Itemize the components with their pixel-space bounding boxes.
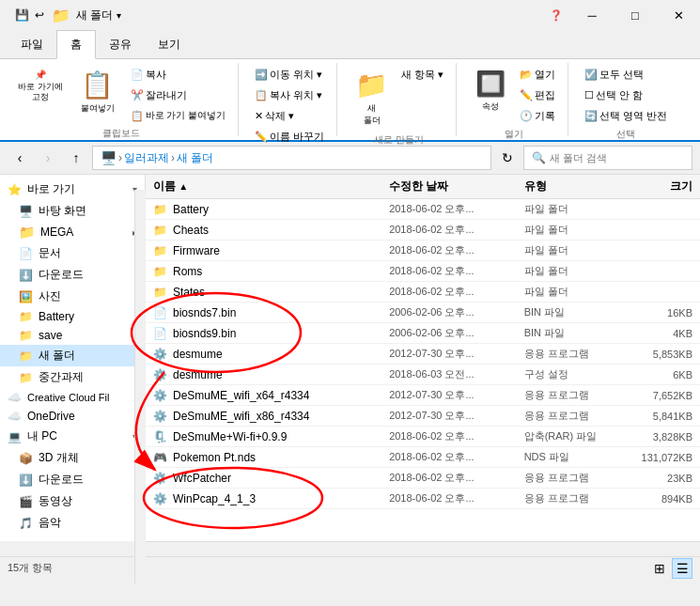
- bin-file-icon: 📄: [153, 306, 167, 319]
- paste-btn[interactable]: 📋 붙여넣기: [71, 65, 124, 119]
- back-btn[interactable]: ‹: [8, 146, 32, 170]
- cut-btn[interactable]: ✂️ 잘라내기: [126, 85, 231, 105]
- tab-file[interactable]: 파일: [8, 30, 56, 58]
- table-row[interactable]: 📁States 2018-06-02 오후... 파일 폴더: [146, 282, 700, 303]
- new-folder-sidebar-icon: 📁: [19, 350, 33, 363]
- sidebar-item-photos[interactable]: 🖼️ 사진: [0, 286, 145, 307]
- minimize-btn[interactable]: ─: [570, 0, 614, 30]
- edit-icon: ✏️: [520, 89, 533, 101]
- table-row[interactable]: 🗜️DeSmuMe+Wi-fi+0.9.9 2018-06-02 오후... 압…: [146, 427, 700, 447]
- title-bar: 💾 ↩ 📁 새 폴더 ▾ ❓ ─ □ ✕: [0, 0, 700, 30]
- sidebar-item-mega[interactable]: 📁 MEGA ▸: [0, 222, 145, 242]
- file-list-header: 이름 ▲ 수정한 날짜 유형 크기: [146, 175, 700, 199]
- table-row[interactable]: ⚙️DeSmuME_wifi_x86_r4334 2012-07-30 오후..…: [146, 406, 700, 427]
- quick-save-btn[interactable]: 💾: [13, 7, 31, 23]
- horizontal-scrollbar[interactable]: [146, 541, 700, 556]
- rename-btn[interactable]: ✏️ 이름 바꾸기: [250, 127, 329, 147]
- close-btn[interactable]: ✕: [657, 0, 700, 30]
- sidebar-item-music[interactable]: 🎵 음악: [0, 512, 145, 534]
- col-header-size[interactable]: 크기: [625, 179, 692, 194]
- sidebar-item-midterm[interactable]: 📁 중간과제: [0, 366, 145, 388]
- pin-to-quick-access-btn[interactable]: 📌 바로 가기에고정: [11, 65, 70, 107]
- up-btn[interactable]: ↑: [64, 146, 88, 170]
- mega-icon: 📁: [19, 225, 35, 240]
- downloads-icon: ⬇️: [19, 269, 33, 282]
- new-item-btn[interactable]: 새 항목 ▾: [397, 65, 448, 85]
- select-label: 선택: [616, 126, 635, 141]
- sidebar-item-3d-objects[interactable]: 📦 3D 개체: [0, 447, 145, 469]
- help-btn[interactable]: ❓: [550, 9, 563, 22]
- documents-icon: 📄: [19, 247, 33, 260]
- table-row[interactable]: 📁Firmware 2018-06-02 오후... 파일 폴더: [146, 241, 700, 261]
- tab-view[interactable]: 보기: [145, 30, 194, 58]
- table-row[interactable]: 📄biosnds9.bin 2006-02-06 오후... BIN 파일 4K…: [146, 323, 700, 344]
- select-all-btn[interactable]: ☑️ 모두 선택: [580, 65, 648, 85]
- table-row[interactable]: ⚙️desmume 2018-06-03 오전... 구성 설정 6KB: [146, 365, 700, 385]
- new-folder-btn[interactable]: 📁 새폴더: [349, 65, 395, 132]
- open-btn[interactable]: 📂 열기: [515, 65, 560, 85]
- forward-btn[interactable]: ›: [36, 146, 60, 170]
- delete-btn[interactable]: ✕ 삭제 ▾: [250, 106, 299, 126]
- move-to-btn[interactable]: ➡️ 이동 위치 ▾: [250, 65, 327, 85]
- edit-btn[interactable]: ✏️ 편집: [515, 85, 560, 105]
- winpcap-icon: ⚙️: [153, 492, 167, 505]
- tab-home[interactable]: 홈: [56, 30, 96, 59]
- title-icon: 📁: [52, 7, 70, 24]
- history-btn[interactable]: 🕐 기록: [515, 106, 560, 126]
- sidebar-item-save[interactable]: 📁 save: [0, 326, 145, 345]
- sidebar-item-new-folder[interactable]: 📁 새 폴더: [0, 345, 145, 366]
- select-none-btn[interactable]: ☐ 선택 안 함: [580, 85, 647, 105]
- invert-selection-btn[interactable]: 🔄 선택 영역 반전: [580, 106, 672, 126]
- address-bar: ‹ › ↑ 🖥️ › 일러과제 › 새 폴더 ↻ 🔍: [0, 142, 700, 175]
- battery-folder-icon: 📁: [19, 310, 33, 323]
- folder-icon: 📁: [153, 265, 167, 278]
- table-row[interactable]: 📄biosnds7.bin 2006-02-06 오후... BIN 파일 16…: [146, 303, 700, 323]
- sidebar-item-downloads2[interactable]: ⬇️ 다운로드: [0, 469, 145, 490]
- tab-share[interactable]: 공유: [96, 30, 145, 58]
- refresh-btn[interactable]: ↻: [495, 146, 520, 170]
- title-text: 새 폴더: [76, 8, 113, 23]
- clipboard-label: 클립보드: [102, 125, 140, 140]
- sidebar-item-creative-cloud[interactable]: ☁️ Creative Cloud Fil: [0, 388, 145, 407]
- copy-btn[interactable]: 📄 복사: [126, 65, 231, 85]
- sidebar-item-downloads[interactable]: ⬇️ 다운로드: [0, 264, 145, 286]
- table-row[interactable]: ⚙️DeSmuME_wifi_x64_r4334 2012-07-30 오후..…: [146, 385, 700, 406]
- detail-view-btn[interactable]: ☰: [672, 558, 692, 579]
- folder-icon: 📁: [153, 244, 167, 257]
- shortcut-icon: 📋: [131, 110, 144, 122]
- dropdown-btn[interactable]: ▾: [115, 8, 123, 23]
- table-row[interactable]: ⚙️WinPcap_4_1_3 2018-06-02 오후... 응용 프로그램…: [146, 489, 700, 509]
- history-icon: 🕐: [520, 110, 533, 122]
- address-field[interactable]: 🖥️ › 일러과제 › 새 폴더: [92, 146, 491, 170]
- exe2-icon: ⚙️: [153, 389, 167, 402]
- photos-icon: 🖼️: [19, 290, 33, 303]
- breadcrumb-part1[interactable]: 일러과제: [124, 150, 169, 166]
- select-none-icon: ☐: [584, 89, 594, 101]
- item-count: 15개 항목: [8, 561, 53, 575]
- sidebar-item-quick-access[interactable]: ⭐ 바로 가기 ▾: [0, 179, 145, 200]
- paste-shortcut-btn[interactable]: 📋 바로 가기 붙여넣기: [126, 106, 231, 125]
- col-header-name[interactable]: 이름 ▲: [153, 179, 389, 194]
- sidebar-item-battery[interactable]: 📁 Battery: [0, 307, 145, 326]
- table-row[interactable]: 📁Cheats 2018-06-02 오후... 파일 폴더: [146, 220, 700, 241]
- sidebar-item-desktop[interactable]: 🖥️ 바탕 화면: [0, 200, 145, 222]
- col-header-date[interactable]: 수정한 날짜: [389, 179, 524, 194]
- ribbon-group-open: 🔲 속성 📂 열기 ✏️ 편집 🕐 기록: [464, 63, 568, 136]
- sidebar-item-onedrive[interactable]: ☁️ OneDrive: [0, 407, 145, 426]
- col-header-type[interactable]: 유형: [524, 179, 626, 194]
- table-row[interactable]: ⚙️desmume 2012-07-30 오후... 응용 프로그램 5,853…: [146, 344, 700, 365]
- sidebar-item-this-pc[interactable]: 💻 내 PC ▾: [0, 426, 145, 447]
- properties-btn[interactable]: 🔲 속성: [468, 65, 513, 117]
- table-row[interactable]: 📁Battery 2018-06-02 오후... 파일 폴더: [146, 199, 700, 220]
- table-row[interactable]: 📁Roms 2018-06-02 오후... 파일 폴더: [146, 261, 700, 282]
- maximize-btn[interactable]: □: [614, 0, 657, 30]
- search-input[interactable]: [550, 152, 684, 163]
- list-view-btn[interactable]: ⊞: [649, 558, 670, 579]
- copy-to-btn[interactable]: 📋 복사 위치 ▾: [250, 85, 327, 105]
- sidebar-item-videos[interactable]: 🎬 동영상: [0, 490, 145, 512]
- sidebar-item-documents[interactable]: 📄 문서: [0, 242, 145, 264]
- undo-btn[interactable]: ↩: [33, 7, 46, 23]
- table-row[interactable]: ⚙️WfcPatcher 2018-06-02 오후... 응용 프로그램 23…: [146, 468, 700, 489]
- breadcrumb-part2[interactable]: 새 폴더: [177, 150, 213, 166]
- table-row[interactable]: 🎮Pokemon Pt.nds 2018-06-02 오후... NDS 파일 …: [146, 447, 700, 468]
